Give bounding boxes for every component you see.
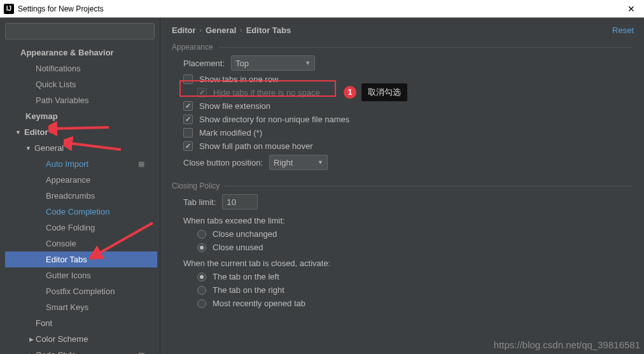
hide-tabs-no-space-label: Hide tabs if there is no space [213,88,320,97]
sidebar-item-breadcrumbs[interactable]: Breadcrumbs [5,188,157,204]
show-directory-checkbox[interactable] [183,115,193,124]
sidebar-item-appearance-behavior[interactable]: Appearance & Behavior [5,45,157,60]
breadcrumb-general[interactable]: General [206,25,236,35]
mark-modified-checkbox[interactable] [183,128,193,138]
breadcrumb-editor-tabs: Editor Tabs [246,25,291,35]
close-icon[interactable]: ✕ [622,0,640,18]
most-recent-label: Most recently opened tab [213,299,305,308]
tab-left-label: The tab on the left [213,272,279,281]
most-recent-radio[interactable] [197,299,206,308]
close-unchanged-radio[interactable] [197,230,206,239]
placement-label: Placement: [183,59,225,68]
sidebar-item-code-style[interactable]: ▶Code Style▦ [5,347,157,354]
tab-limit-label: Tab limit: [183,197,216,207]
sidebar-item-editor[interactable]: ▼Editor [5,124,157,140]
chevron-down-icon: ▼ [318,159,323,166]
breadcrumb-editor[interactable]: Editor [172,25,196,35]
sidebar-item-appearance-sub[interactable]: Appearance [5,172,157,188]
chevron-right-icon: › [240,27,242,34]
show-file-extension-label: Show file extension [199,101,270,111]
app-icon: IJ [4,4,14,14]
sidebar-item-gutter-icons[interactable]: Gutter Icons [5,267,157,283]
sidebar-item-console[interactable]: Console [5,236,157,251]
sidebar-item-auto-import[interactable]: Auto Import▦ [5,156,157,172]
reset-link[interactable]: Reset [612,25,634,35]
close-unchanged-label: Close unchanged [213,229,277,239]
close-button-position-select[interactable]: Right▼ [269,155,328,170]
watermark: https://blog.csdn.net/qq_39816581 [494,339,640,350]
show-tabs-one-row-checkbox[interactable] [183,74,193,84]
annotation-callout: 1 取消勾选 [344,83,407,101]
config-icon: ▦ [138,160,144,168]
close-unused-label: Close unused [213,243,263,252]
window-title: Settings for New Projects [18,4,622,13]
sidebar-item-code-completion[interactable]: Code Completion [5,204,157,220]
sidebar-item-postfix-completion[interactable]: Postfix Completion [5,283,157,299]
sidebar-item-keymap[interactable]: Keymap [5,108,157,124]
settings-content: Editor › General › Editor Tabs Reset App… [160,18,644,354]
config-icon: ▦ [138,351,144,354]
sidebar-item-color-scheme[interactable]: ▶Color Scheme [5,331,157,347]
chevron-down-icon: ▼ [305,60,311,66]
sidebar-item-code-folding[interactable]: Code Folding [5,220,157,236]
tab-left-radio[interactable] [197,273,206,281]
section-closing-policy: Closing Policy [172,181,633,190]
sidebar-item-quick-lists[interactable]: Quick Lists [5,76,157,92]
sidebar-item-path-variables[interactable]: Path Variables [5,92,157,108]
mark-modified-label: Mark modified (*) [199,128,262,138]
settings-tree: Appearance & Behavior Notifications Quic… [3,45,157,354]
sidebar-item-font[interactable]: Font [5,315,157,331]
sidebar-item-general[interactable]: ▼General [5,140,157,156]
tab-limit-input[interactable] [222,194,258,209]
close-unused-radio[interactable] [197,243,206,252]
annotation-badge: 1 [344,86,356,99]
show-file-extension-checkbox[interactable] [183,101,193,111]
settings-sidebar: 🔍 Appearance & Behavior Notifications Qu… [0,18,160,354]
close-button-position-label: Close button position: [183,158,263,167]
show-full-path-label: Show full path on mouse hover [199,141,313,151]
titlebar: IJ Settings for New Projects ✕ [0,0,644,18]
breadcrumb: Editor › General › Editor Tabs [172,25,633,35]
tab-right-radio[interactable] [197,286,206,295]
chevron-right-icon: › [200,27,202,34]
show-directory-label: Show directory for non-unique file names [199,115,349,124]
tabs-exceed-label: When tabs exceed the limit: [183,216,285,225]
hide-tabs-no-space-checkbox [197,88,207,97]
annotation-tooltip: 取消勾选 [361,83,407,101]
show-tabs-one-row-label: Show tabs in one row [199,74,278,84]
sidebar-item-smart-keys[interactable]: Smart Keys [5,299,157,315]
placement-select[interactable]: Top▼ [231,55,315,71]
tab-right-label: The tab on the right [213,285,284,295]
current-tab-closed-label: When the current tab is closed, activate… [183,258,330,268]
sidebar-item-notifications[interactable]: Notifications [5,60,157,76]
sidebar-item-editor-tabs[interactable]: Editor Tabs [5,251,157,267]
search-input[interactable] [5,23,155,39]
show-full-path-checkbox[interactable] [183,141,193,151]
section-appearance: Appearance [172,43,633,52]
